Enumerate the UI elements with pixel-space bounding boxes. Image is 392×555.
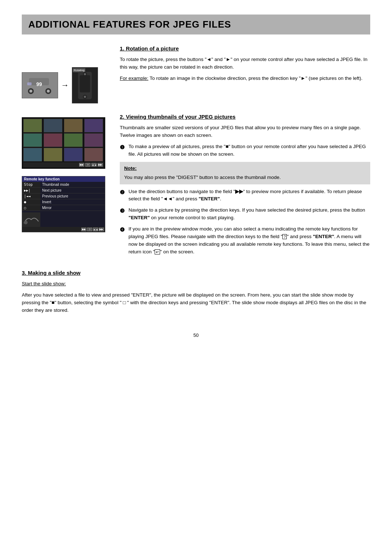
menu-key-2: ▶▶| — [22, 188, 40, 193]
thumb-rows — [23, 119, 104, 162]
page-title: ADDITIONAL FEATURES FOR JPEG FILES — [28, 19, 364, 30]
menu-right-area — [42, 212, 105, 227]
thumb-btn-4[interactable]: ▶▶ — [98, 163, 103, 167]
menu-row-4: ● Invert — [22, 199, 105, 205]
thumb-control-bar: ▶▶ ? ◄◄ ▶▶ — [23, 162, 104, 167]
bullet3-text: Navigate to a picture by pressing the di… — [128, 207, 370, 222]
section1-title: 1. Rotation of a picture — [120, 45, 370, 52]
menu-key-4: ● — [22, 199, 40, 205]
thumb-9 — [23, 148, 42, 162]
thumbnails-screenshot: ▶▶ ? ◄◄ ▶▶ — [22, 117, 105, 169]
thumb-8 — [84, 133, 103, 147]
menu-row-5: ○ Mirror — [22, 205, 105, 211]
section1-left: 99 → Rotating — [22, 45, 120, 103]
menu-key-1: Stop — [22, 182, 40, 188]
section2-intro: Thumbnails are smaller sized versions of… — [120, 124, 370, 139]
thumb-10 — [44, 148, 62, 162]
bird-svg — [22, 212, 40, 227]
menu-btn-3[interactable]: ◄◄ — [93, 228, 98, 231]
bullet4-text: If you are in the preview window mode, y… — [128, 225, 370, 256]
menu-bottom-bar: ▶▶ ? ◄◄ ▶▶ — [22, 227, 105, 232]
thumb-7 — [64, 133, 83, 147]
note-text: You may also press the "DIGEST" button t… — [124, 175, 281, 180]
note-label: Note: — [124, 165, 366, 172]
section1-right: 1. Rotation of a picture To rotate the p… — [120, 45, 370, 103]
menu-table: Stop Thumbnail mode ▶▶| Next picture |◄◄… — [22, 182, 105, 211]
section2-bullet1: ❶ To make a preview of all pictures, pre… — [120, 143, 370, 158]
svg-point-5 — [47, 90, 50, 93]
menu-bird-image — [22, 212, 40, 227]
svg-rect-9 — [80, 75, 90, 92]
bullet4-num: ❹ — [120, 225, 126, 234]
section1-example-label: For example: — [120, 76, 148, 81]
rotation-images: 99 → Rotating — [22, 67, 98, 103]
thumb-5 — [23, 133, 42, 147]
menu-val-2: Next picture — [40, 188, 105, 193]
section3-title: 3. Making a slide show — [22, 270, 370, 276]
section2-title: 2. Viewing thumbnails of your JPEG pictu… — [120, 114, 370, 120]
car-svg: 99 — [24, 74, 56, 96]
menu-btn-4[interactable]: ▶▶ — [99, 228, 104, 231]
section-slideshow: 3. Making a slide show Start the slide s… — [22, 270, 370, 318]
section2-right: 2. Viewing thumbnails of your JPEG pictu… — [120, 114, 370, 260]
thumb-2 — [44, 119, 62, 132]
car-rotated-svg — [74, 70, 96, 101]
thumb-btn-2[interactable]: ? — [85, 163, 90, 167]
section1-para2: For example: To rotate an image in the c… — [120, 75, 370, 82]
svg-text:99: 99 — [36, 81, 42, 87]
menu-btn-1[interactable]: ▶▶ — [81, 228, 86, 231]
rotation-arrow: → — [61, 81, 69, 90]
section2-bullet2: ❷ Use the direction buttons to navigate … — [120, 188, 370, 203]
thumb-btn-3[interactable]: ◄◄ — [91, 163, 97, 167]
menu-row-1: Stop Thumbnail mode — [22, 182, 105, 188]
section-rotation: 99 → Rotating — [22, 45, 370, 103]
bullet2-text: Use the direction buttons to navigate to… — [128, 188, 370, 203]
menu-row-3: |◄◄ Previous picture — [22, 193, 105, 199]
section1-para1: To rotate the picture, press the buttons… — [120, 56, 370, 71]
bullet2-num: ❷ — [120, 188, 126, 196]
section3-para: After you have selected a file to view a… — [22, 291, 370, 314]
svg-point-13 — [84, 95, 86, 98]
menu-val-5: Mirror — [40, 205, 105, 211]
bullet3-num: ❸ — [120, 207, 126, 215]
section2-left: ▶▶ ? ◄◄ ▶▶ Remote key function Stop Thum… — [22, 114, 120, 260]
menu-val-3: Previous picture — [40, 193, 105, 199]
svg-rect-7 — [27, 82, 32, 85]
bullet1-text: To make a preview of all pictures, press… — [128, 143, 370, 158]
menu-image-row — [22, 212, 105, 227]
svg-point-15 — [24, 221, 28, 224]
menu-key-3: |◄◄ — [22, 193, 40, 199]
thumb-11 — [64, 148, 83, 162]
menu-header: Remote key function — [22, 176, 105, 182]
content-area: 99 → Rotating — [22, 45, 370, 318]
bullet1-num: ❶ — [120, 143, 126, 151]
section1-example-text: To rotate an image in the clockwise dire… — [150, 76, 362, 81]
page-number: 50 — [22, 332, 370, 338]
section3-subtitle-text: Start the slide show: — [22, 281, 66, 286]
note-box: Note: You may also press the "DIGEST" bu… — [120, 162, 370, 184]
svg-point-11 — [84, 73, 86, 75]
menu-val-1: Thumbnail mode — [40, 182, 105, 188]
menu-row-2: ▶▶| Next picture — [22, 188, 105, 193]
page-header: ADDITIONAL FEATURES FOR JPEG FILES — [22, 15, 370, 34]
section3-subtitle: Start the slide show: — [22, 280, 370, 288]
menu-val-4: Invert — [40, 199, 105, 205]
menu-btn-2[interactable]: ? — [87, 228, 92, 231]
car-image-before: 99 — [22, 72, 58, 98]
section2-bullet3: ❸ Navigate to a picture by pressing the … — [120, 207, 370, 222]
svg-point-3 — [29, 90, 32, 93]
thumb-12 — [84, 148, 103, 162]
thumb-1 — [23, 119, 42, 132]
menu-screenshot: Remote key function Stop Thumbnail mode … — [22, 176, 105, 232]
section-thumbnails: ▶▶ ? ◄◄ ▶▶ Remote key function Stop Thum… — [22, 114, 370, 260]
thumb-3 — [64, 119, 83, 132]
thumb-btn-1[interactable]: ▶▶ — [79, 163, 84, 167]
thumb-4 — [84, 119, 103, 132]
menu-key-5: ○ — [22, 205, 40, 211]
section2-bullet4: ❹ If you are in the preview window mode,… — [120, 225, 370, 256]
car-image-after: Rotating — [72, 67, 98, 103]
thumb-6 — [44, 133, 62, 147]
